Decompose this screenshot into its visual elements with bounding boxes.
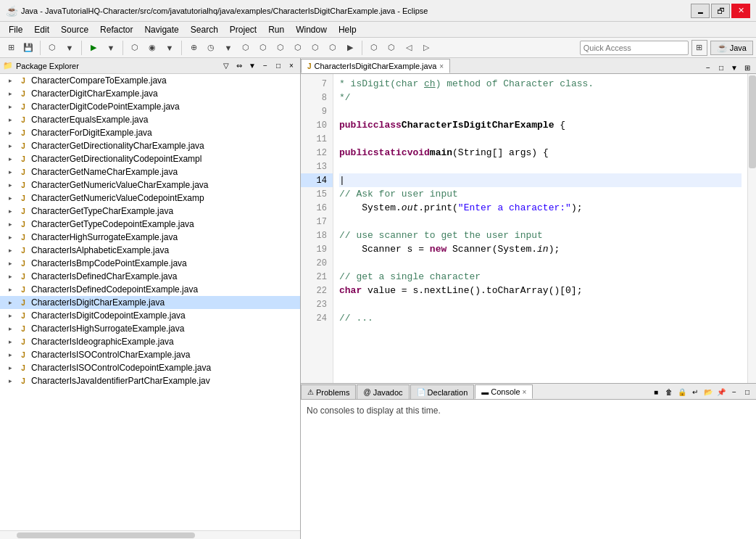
java-perspective-button[interactable]: ☕ Java [710, 41, 753, 55]
menu-window[interactable]: Window [290, 23, 333, 36]
tree-item[interactable]: ▸JCharacterDigitCodePointExample.java [0, 100, 300, 113]
tree-item[interactable]: ▸JCharacterIsIdeographicExample.java [0, 335, 300, 348]
tb-btn-12[interactable]: ⬡ [238, 40, 254, 56]
minimize-panel-button[interactable]: − [259, 60, 271, 72]
collapse-all-button[interactable]: ▽ [220, 60, 232, 72]
tab-console-close[interactable]: × [523, 388, 527, 396]
tree-item[interactable]: ▸JCharacterGetNumericValueCharExample.ja… [0, 178, 300, 192]
tb-btn-8[interactable]: ▼ [162, 40, 178, 56]
menu-search[interactable]: Search [185, 23, 224, 36]
code-line[interactable]: // ... [339, 311, 742, 325]
tree-item[interactable]: ▸JCharacterCompareToExample.java [0, 74, 300, 87]
tree-item[interactable]: ▸JCharacterIsISOControlCharExample.java [0, 348, 300, 361]
tree-item[interactable]: ▸JCharacterIsJavaIdentifierPartCharExamp… [0, 374, 300, 387]
tb-btn-10[interactable]: ◷ [203, 40, 219, 56]
view-menu-button[interactable]: ▼ [246, 60, 258, 72]
console-minimize[interactable]: − [728, 386, 740, 398]
tree-item[interactable]: ▸JCharacterEqualsExample.java [0, 113, 300, 126]
tb-btn-11[interactable]: ▼ [220, 40, 236, 56]
tree-item[interactable]: ▸JCharacterIsDefinedCodepointExample.jav… [0, 283, 300, 296]
menu-run[interactable]: Run [262, 23, 290, 36]
menu-source[interactable]: Source [55, 23, 94, 36]
run-button[interactable]: ▶ [86, 40, 101, 56]
tb-btn-17[interactable]: ⬡ [325, 40, 341, 56]
tab-problems[interactable]: ⚠ Problems [301, 384, 356, 399]
tb-btn-9[interactable]: ⊕ [186, 40, 202, 56]
tree-horizontal-scrollbar[interactable] [0, 530, 300, 539]
menu-project[interactable]: Project [224, 23, 262, 36]
editor-extra-btn[interactable]: ⊞ [742, 62, 753, 73]
quick-access-input[interactable] [580, 41, 689, 55]
console-scroll-lock[interactable]: 🔒 [676, 386, 688, 398]
maximize-editor-button[interactable]: □ [715, 62, 727, 73]
code-line[interactable]: // Ask for user input [339, 187, 742, 201]
tree-item[interactable]: ▸JCharacterGetDirectionalityCharExample.… [0, 139, 300, 152]
code-line[interactable]: * isDigit(char ch) method of Character c… [339, 77, 742, 91]
console-pin[interactable]: 📌 [715, 386, 727, 398]
code-line[interactable]: public static void main(String[] args) { [339, 146, 742, 160]
tb-btn-18[interactable]: ▶ [342, 40, 358, 56]
code-line[interactable]: Scanner s = new Scanner(System.in); [339, 242, 742, 256]
tree-item[interactable]: ▸JCharacterGetDirectionalityCodepointExa… [0, 152, 300, 165]
tree-item[interactable]: ▸JCharacterIsAlphabeticExample.java [0, 244, 300, 257]
code-editor[interactable]: 789101112131415161718192021222324 * isDi… [301, 74, 756, 383]
menu-navigate[interactable]: Navigate [138, 23, 184, 36]
tb-btn-4[interactable]: ▼ [62, 40, 78, 56]
code-line[interactable]: System.out.print("Enter a character:"); [339, 201, 742, 215]
console-terminate-btn[interactable]: ■ [650, 386, 662, 398]
tb-btn-5[interactable]: ▼ [103, 40, 119, 56]
close-panel-button[interactable]: × [286, 60, 297, 72]
tree-item[interactable]: ▸JCharacterIsDigitCodepointExample.java [0, 309, 300, 322]
minimize-button[interactable]: 🗕 [691, 4, 710, 18]
code-line[interactable] [339, 132, 742, 146]
link-editor-button[interactable]: ⇔ [233, 60, 245, 72]
tb-btn-14[interactable]: ⬡ [273, 40, 288, 56]
tree-item[interactable]: ▸JCharacterGetTypeCodepointExample.java [0, 218, 300, 231]
code-line[interactable] [339, 297, 742, 311]
menu-edit[interactable]: Edit [28, 23, 55, 36]
tb-btn-7[interactable]: ◉ [144, 40, 160, 56]
code-line[interactable]: // use scanner to get the user input [339, 229, 742, 242]
console-word-wrap[interactable]: ↵ [689, 386, 701, 398]
code-line[interactable] [339, 104, 742, 118]
tree-item[interactable]: ▸JCharacterGetTypeCharExample.java [0, 205, 300, 218]
tab-console[interactable]: ▬ Console × [475, 384, 533, 399]
code-line[interactable] [339, 256, 742, 270]
tb-btn-3[interactable]: ⬡ [44, 40, 60, 56]
code-line[interactable]: // get a single character [339, 270, 742, 284]
code-line[interactable]: | [339, 173, 742, 187]
tb-btn-20[interactable]: ⬡ [383, 40, 399, 56]
tb-btn-21[interactable]: ◁ [401, 40, 417, 56]
tree-item[interactable]: ▸JCharacterHighSurrogateExample.java [0, 231, 300, 244]
tb-btn-19[interactable]: ⬡ [366, 40, 382, 56]
console-clear-btn[interactable]: 🗑 [663, 386, 675, 398]
tb-btn-6[interactable]: ⬡ [127, 40, 143, 56]
tb-btn-13[interactable]: ⬡ [255, 40, 271, 56]
tab-close-icon[interactable]: × [439, 62, 444, 70]
menu-help[interactable]: Help [333, 23, 362, 36]
tab-javadoc[interactable]: @ Javadoc [357, 384, 409, 399]
editor-tab-active[interactable]: J CharacterIsDigitCharExample.java × [301, 59, 450, 73]
console-maximize[interactable]: □ [742, 386, 753, 398]
console-open-file[interactable]: 📂 [702, 386, 714, 398]
perspective-button-1[interactable]: ⊞ [691, 40, 707, 56]
new-button[interactable]: ⊞ [3, 40, 19, 56]
tb-btn-16[interactable]: ⬡ [307, 40, 323, 56]
maximize-panel-button[interactable]: □ [273, 60, 284, 72]
editor-vertical-scrollbar[interactable] [747, 74, 756, 383]
tree-item[interactable]: ▸JCharacterIsBmpCodePointExample.java [0, 257, 300, 270]
maximize-button[interactable]: 🗗 [711, 4, 730, 18]
code-line[interactable]: char value = s.nextLine().toCharArray()[… [339, 284, 742, 297]
tb-btn-22[interactable]: ▷ [418, 40, 434, 56]
tree-item[interactable]: ▸JCharacterIsDefinedCharExample.java [0, 270, 300, 283]
tb-btn-15[interactable]: ⬡ [290, 40, 306, 56]
tree-item[interactable]: ▸JCharacterForDigitExample.java [0, 126, 300, 139]
code-line[interactable] [339, 215, 742, 229]
editor-view-menu[interactable]: ▼ [728, 62, 740, 73]
tree-item[interactable]: ▸JCharacterIsHighSurrogateExample.java [0, 322, 300, 335]
code-line[interactable]: public class CharacterIsDigitCharExample… [339, 118, 742, 132]
tree-item[interactable]: ▸JCharacterGetNumericValueCodepointExamp [0, 192, 300, 205]
menu-file[interactable]: File [3, 23, 28, 36]
code-line[interactable]: */ [339, 91, 742, 104]
tab-declaration[interactable]: 📄 Declaration [410, 384, 475, 399]
